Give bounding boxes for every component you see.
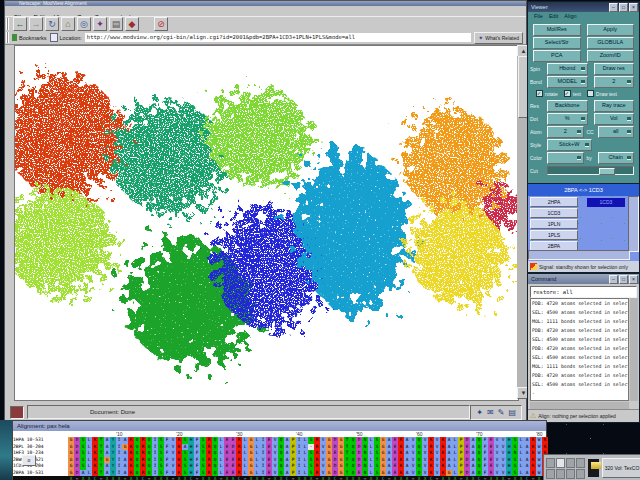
monitor-icon[interactable] xyxy=(588,459,599,477)
color-by-dropdown[interactable]: Chain xyxy=(598,152,635,164)
page-proxy-icon[interactable] xyxy=(50,33,58,42)
apply-button[interactable]: Apply xyxy=(587,24,635,36)
style-label: Style xyxy=(530,142,544,148)
model-number-dropdown[interactable]: 2 xyxy=(594,76,635,88)
close-icon[interactable]: × xyxy=(629,275,638,284)
navigator-icon[interactable]: ✦ xyxy=(476,408,483,417)
component-bar: ✦✉✎▤ xyxy=(470,405,522,420)
viewer-menu-align[interactable]: Align xyxy=(564,13,576,19)
color-dropdown[interactable] xyxy=(547,152,584,164)
selected-structure[interactable]: 1CD3 xyxy=(587,198,625,207)
globula-button[interactable]: GLOBULA xyxy=(587,37,635,49)
structure-chartreuse[interactable] xyxy=(207,89,311,185)
workspace-cell-4[interactable] xyxy=(546,469,555,479)
workspace-cell-3[interactable] xyxy=(576,458,585,468)
security-status-icon[interactable] xyxy=(10,406,24,419)
zoom-id-button[interactable]: Zoom/ID xyxy=(587,50,635,62)
alignment-titlebar[interactable]: Alignment: pax hela xyxy=(13,421,546,431)
close-icon[interactable]: × xyxy=(629,3,638,12)
console-titlebar[interactable]: Command – □ × xyxy=(528,274,639,284)
workspace-cell-0[interactable] xyxy=(546,458,555,468)
structure-yellowgreen[interactable] xyxy=(15,190,114,294)
structure-red[interactable] xyxy=(15,76,122,196)
structure-orange[interactable] xyxy=(404,110,504,214)
mailbox-icon[interactable]: ✉ xyxy=(487,408,494,417)
desktop-wallpaper-fragment xyxy=(0,420,12,480)
checkbox-rotate[interactable]: ✓rotate xyxy=(536,90,558,97)
option-menu-indicator xyxy=(627,156,631,160)
atom-dropdown[interactable]: 2 xyxy=(547,126,584,138)
spin-dropdown[interactable]: Hbond xyxy=(547,63,588,75)
option-menu-indicator xyxy=(581,67,585,71)
structure-seagreen[interactable] xyxy=(111,103,227,213)
minimize-icon[interactable]: – xyxy=(609,3,618,12)
workspace-cell-6[interactable] xyxy=(566,469,575,479)
partial-window-button[interactable]: o xyxy=(22,455,36,466)
minimize-icon[interactable]: – xyxy=(609,275,618,284)
style-dropdown[interactable]: Stick+W xyxy=(547,139,592,151)
draw-res-button[interactable]: Draw res xyxy=(594,63,635,75)
search-icon[interactable]: ◎ xyxy=(77,17,91,31)
stop-icon[interactable]: ⊘ xyxy=(154,17,168,31)
molecule-visualization xyxy=(15,46,518,400)
home-icon[interactable]: ⌂ xyxy=(61,17,75,31)
composer-icon[interactable]: ✎ xyxy=(498,408,505,417)
toolbar-grip[interactable] xyxy=(6,18,9,29)
console-log[interactable]: PDB: 4720 atoms selected in selection 1S… xyxy=(530,298,629,401)
mol-res-button[interactable]: Mol/Res xyxy=(533,24,581,36)
cut-slider-thumb[interactable] xyxy=(599,168,615,175)
workspace-cell-2[interactable] xyxy=(566,458,575,468)
console-title: Command xyxy=(531,276,556,282)
back-icon[interactable]: ← xyxy=(13,17,27,31)
dot-percent-dropdown[interactable]: % xyxy=(547,113,588,125)
molecule-viewport[interactable] xyxy=(14,45,519,401)
command-input[interactable]: restore: all xyxy=(530,286,637,298)
workspace-cell-1[interactable] xyxy=(556,458,565,468)
console-vertical-scrollbar[interactable] xyxy=(630,298,638,401)
viewer-menu-edit[interactable]: Edit xyxy=(549,13,558,19)
viewer-menu-file[interactable]: File xyxy=(534,13,543,19)
workspace-cell-5[interactable] xyxy=(556,469,565,479)
structure-item-1cd3[interactable]: 1CD3 xyxy=(530,208,578,218)
model-dropdown[interactable]: MODEL xyxy=(547,76,588,88)
structure-item-1pls[interactable]: 1PLS xyxy=(530,230,578,240)
discussions-icon[interactable]: ▤ xyxy=(508,408,516,417)
option-menu-indicator xyxy=(585,143,589,147)
pca-button[interactable]: PCA xyxy=(533,50,581,62)
structure-cyan-solid[interactable] xyxy=(297,151,407,311)
viewer-titlebar[interactable]: Viewer – □ × xyxy=(528,2,639,12)
forward-icon[interactable]: → xyxy=(29,17,43,31)
browser-menubar: FileEditViewGoCommunicator xyxy=(5,6,526,16)
url-input[interactable]: http://www.modview.org/cgi-bin/align.cgi… xyxy=(85,33,471,42)
spin-label: Spin xyxy=(530,66,544,72)
structure-item-2hpa[interactable]: 2HPA xyxy=(530,197,578,207)
atom-all-dropdown[interactable]: all xyxy=(598,126,635,138)
color-label: Color xyxy=(530,155,544,161)
task-button[interactable]: 320 Vol: TexCO xyxy=(602,458,640,478)
reload-icon[interactable]: ↻ xyxy=(45,17,59,31)
backbone-button[interactable]: Backbone xyxy=(547,100,588,112)
guide-icon[interactable]: ✦ xyxy=(93,17,107,31)
cut-slider[interactable] xyxy=(547,166,634,175)
security-icon[interactable]: ◆ xyxy=(125,17,139,31)
maximize-icon[interactable]: □ xyxy=(619,275,628,284)
console-horizontal-scrollbar[interactable] xyxy=(530,402,629,409)
whats-related-button[interactable]: ✦What's Related xyxy=(474,32,523,44)
print-icon[interactable]: ▤ xyxy=(109,17,123,31)
list-vertical-scrollbar[interactable] xyxy=(628,196,639,252)
structure-item-1pln[interactable]: 1PLN xyxy=(530,219,578,229)
select-str-button[interactable]: Select/Str xyxy=(533,37,581,49)
dot-vol-dropdown[interactable]: Vol xyxy=(594,113,635,125)
checkbox-draw-text[interactable]: Draw text xyxy=(587,90,617,97)
bookmarks-button[interactable]: Bookmarks xyxy=(12,34,47,41)
checkbox-text[interactable]: ✓text xyxy=(564,90,581,97)
raytrace-button[interactable]: Ray trace xyxy=(594,100,635,112)
maximize-icon[interactable]: □ xyxy=(619,3,628,12)
viewer-title: Viewer xyxy=(531,4,548,10)
consensus-row[interactable]: X=XXC=XXX=XXC=XXX=XXC=XXX=XXC=XXX=XXC=XX… xyxy=(13,476,548,480)
workspace-cell-7[interactable] xyxy=(576,469,585,479)
list-horizontal-scrollbar[interactable] xyxy=(528,250,630,260)
sequence-label xyxy=(13,476,68,480)
browser-location-bar: Bookmarks Location: http://www.modview.o… xyxy=(5,31,526,45)
locationbar-grip[interactable] xyxy=(6,32,9,42)
